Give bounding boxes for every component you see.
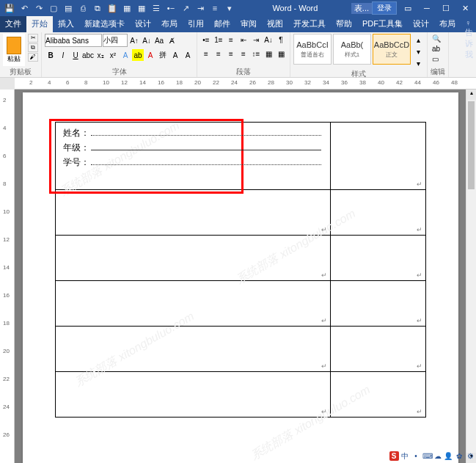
cut-button[interactable]: ✂ (28, 34, 38, 43)
align-left-button[interactable]: ≡ (200, 48, 212, 59)
find-button[interactable]: 🔍 (431, 34, 442, 43)
tab-mailings[interactable]: 邮件 (209, 16, 235, 32)
bullets-button[interactable]: •≡ (200, 34, 212, 45)
tab-review[interactable]: 审阅 (235, 16, 262, 32)
copy-button[interactable]: ⧉ (28, 43, 38, 52)
list-icon[interactable]: ≡ (210, 3, 220, 13)
table-cell[interactable]: ↵ (331, 327, 425, 372)
ribbon-options-icon[interactable]: ▭ (400, 4, 416, 13)
grid-icon[interactable]: ▦ (136, 3, 147, 13)
table-cell[interactable]: ↵ (331, 372, 425, 418)
table-cell[interactable]: ↵ (55, 327, 331, 372)
line-spacing-button[interactable]: ↕≡ (250, 48, 262, 59)
font-size-select[interactable] (103, 34, 128, 47)
ime-skin-icon[interactable]: ✿ (455, 452, 464, 460)
bullet-icon[interactable]: •− (166, 3, 176, 13)
ime-mode-icon[interactable]: 中 (400, 451, 409, 462)
styles-scroll-up[interactable]: ▴ (412, 34, 424, 45)
outline-icon[interactable]: ☰ (151, 3, 161, 13)
tab-view[interactable]: 视图 (262, 16, 288, 32)
table-cell[interactable]: ↵ (331, 236, 425, 281)
redo-icon[interactable]: ↷ (34, 3, 44, 13)
underline-button[interactable]: U (70, 49, 81, 61)
tab-home[interactable]: 开始 (26, 16, 53, 32)
scroll-up-button[interactable]: ▴ (466, 90, 476, 100)
document-table[interactable]: 姓名： 年级： 学号： ↵ ↵↵ ↵↵ ↵↵ ↵↵ ↵↵ (55, 122, 426, 418)
char-shading-button[interactable]: A (182, 49, 194, 61)
undo-icon[interactable]: ↶ (19, 3, 29, 13)
font-name-select[interactable] (45, 34, 102, 47)
table-cell[interactable]: 姓名： 年级： 学号： (55, 123, 331, 190)
tab-layout[interactable]: 布局 (156, 16, 183, 32)
tab-developer[interactable]: 开发工具 (288, 16, 331, 32)
document-area[interactable]: 系统部落 xitongbuluo.com 系统部落 xitongbuluo.co… (15, 90, 466, 463)
grow-font-button[interactable]: A↑ (128, 34, 140, 46)
table-cell[interactable]: ↵ (55, 281, 331, 327)
tab-insert[interactable]: 插入 (53, 16, 79, 32)
ime-user-icon[interactable]: 👤 (444, 452, 453, 460)
style-item-2[interactable]: AaBbCcD 正文 (373, 34, 411, 65)
italic-button[interactable]: I (57, 49, 69, 61)
reading-icon[interactable]: ▦ (122, 3, 132, 13)
style-item-0[interactable]: AaBbCcI 普通首右 (293, 34, 332, 65)
save-icon[interactable]: 💾 (4, 3, 15, 13)
tab-newtab[interactable]: 新建选项卡 (79, 16, 130, 32)
table-cell[interactable]: ↵ (55, 236, 331, 281)
ime-keyboard-icon[interactable]: ⌨ (422, 452, 431, 460)
close-icon[interactable]: ✕ (457, 4, 473, 13)
highlight-button[interactable]: ab (132, 49, 144, 61)
strike-button[interactable]: abc (82, 49, 94, 61)
table-cell[interactable]: ↵ (331, 190, 425, 236)
indent-inc-button[interactable]: ⇥ (250, 34, 262, 45)
print-icon[interactable]: ⎙ (78, 3, 88, 13)
tell-me[interactable]: ♀ 告诉我 (461, 16, 476, 32)
format-painter-button[interactable]: 🖌 (28, 53, 38, 62)
open-icon[interactable]: ▤ (63, 3, 73, 13)
tab-help[interactable]: 帮助 (331, 16, 357, 32)
shading-button[interactable]: ▦ (263, 48, 274, 59)
char-border-button[interactable]: A (169, 49, 181, 61)
indent-dec-button[interactable]: ⇤ (238, 34, 249, 45)
subscript-button[interactable]: x₂ (95, 49, 106, 61)
ime-settings-icon[interactable]: ⚙ (466, 452, 475, 460)
ime-punct-icon[interactable]: • (411, 452, 420, 460)
page[interactable]: 系统部落 xitongbuluo.com 系统部落 xitongbuluo.co… (23, 92, 458, 463)
align-justify-button[interactable]: ≡ (238, 48, 249, 59)
scrollbar-vertical[interactable]: ▴ ▾ (466, 90, 476, 463)
sogou-icon[interactable]: S (389, 451, 399, 461)
replace-button[interactable]: ab (431, 44, 442, 54)
scroll-thumb[interactable] (468, 101, 475, 189)
table-cell[interactable]: ↵ (331, 123, 425, 190)
superscript-button[interactable]: x² (107, 49, 119, 61)
styles-expand[interactable]: ▾ (412, 57, 424, 69)
arrow-icon[interactable]: ↗ (180, 3, 191, 13)
ruler-vertical[interactable]: 2468101214161820222426 (0, 90, 15, 463)
tab-file[interactable]: 文件 (0, 16, 26, 32)
phonetic-button[interactable]: 拼 (157, 49, 169, 61)
shrink-font-button[interactable]: A↓ (141, 34, 153, 46)
ruler-horizontal[interactable]: 2468101214161820222426283032343638404244… (15, 78, 476, 90)
styles-scroll-down[interactable]: ▾ (412, 45, 424, 57)
table-cell[interactable]: ↵ (55, 190, 331, 236)
maximize-icon[interactable]: ☐ (438, 4, 454, 13)
new-icon[interactable]: ▢ (48, 3, 59, 13)
borders-button[interactable]: ▦ (275, 48, 287, 59)
table-cell[interactable]: ↵ (55, 372, 331, 418)
style-item-1[interactable]: AaBb( 样式1 (333, 34, 371, 65)
align-center-button[interactable]: ≡ (213, 48, 224, 59)
numbering-button[interactable]: 1≡ (213, 34, 224, 45)
change-case-button[interactable]: Aa (153, 34, 165, 46)
sort-button[interactable]: A↓ (263, 34, 274, 45)
paste-icon[interactable]: 📋 (107, 3, 117, 13)
tab-pdftools[interactable]: PDF工具集 (357, 16, 408, 32)
tab-design[interactable]: 设计 (130, 16, 156, 32)
more-icon[interactable]: ▾ (224, 3, 235, 13)
paste-button[interactable]: 粘贴 (3, 34, 25, 66)
select-button[interactable]: ▭ (431, 54, 440, 64)
font-color-button[interactable]: A (144, 49, 156, 61)
align-right-button[interactable]: ≡ (225, 48, 237, 59)
show-marks-button[interactable]: ¶ (275, 34, 287, 45)
tab-references[interactable]: 引用 (183, 16, 209, 32)
tab-table-design[interactable]: 设计 (408, 16, 434, 32)
indent-icon[interactable]: ⇥ (195, 3, 205, 13)
